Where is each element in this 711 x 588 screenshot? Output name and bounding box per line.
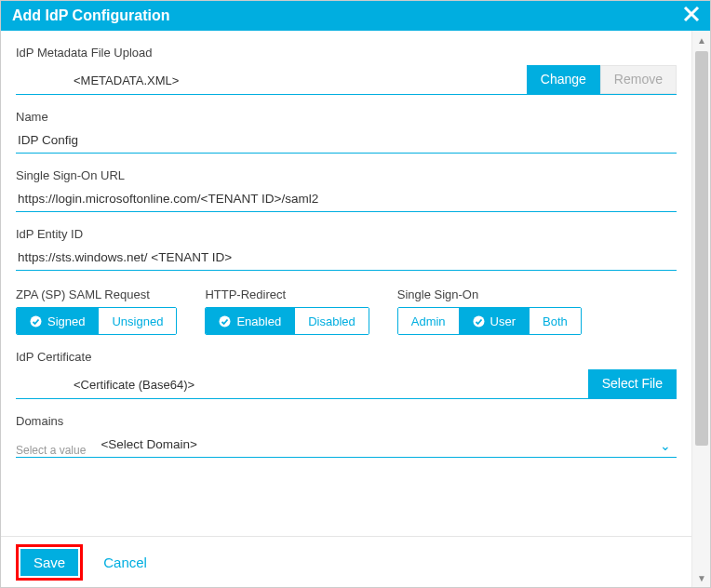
metadata-label: IdP Metadata File Upload: [16, 46, 677, 60]
http-enabled-label: Enabled: [236, 314, 281, 328]
ssourl-prefix: https://login.microsoftonline.com/: [18, 192, 201, 206]
entity-prefix: https://sts.windows.net/: [18, 250, 151, 264]
saml-segmented: Signed Unsigned: [16, 307, 177, 335]
check-icon: [219, 315, 231, 327]
ssourl-suffix: /saml2: [281, 192, 318, 206]
entity-tenant: <TENANT ID>: [151, 250, 232, 264]
ssourl-input[interactable]: https://login.microsoftonline.com/<TENAN…: [16, 188, 677, 212]
saml-signed-label: Signed: [47, 314, 85, 328]
scroll-down-icon[interactable]: ▼: [692, 568, 711, 587]
chevron-down-icon: ⌄: [654, 438, 677, 457]
domains-placeholder: Select a value: [16, 444, 86, 457]
domains-select[interactable]: Select a value <Select Domain> ⌄: [16, 434, 677, 458]
toggle-row: ZPA (SP) SAML Request Signed Unsigned HT…: [16, 287, 677, 335]
domains-value: <Select Domain>: [99, 434, 654, 457]
dialog-titlebar: Add IdP Configuration: [1, 1, 710, 31]
remove-button: Remove: [600, 65, 677, 94]
http-disabled-option[interactable]: Disabled: [295, 308, 369, 334]
scrollbar[interactable]: ▲ ▼: [691, 31, 710, 587]
dialog-footer: Save Cancel: [1, 536, 691, 587]
saml-unsigned-option[interactable]: Unsigned: [99, 308, 176, 334]
dialog-title: Add IdP Configuration: [12, 7, 169, 24]
cancel-button[interactable]: Cancel: [103, 555, 147, 570]
sso-segmented: Admin User Both: [397, 307, 582, 335]
ssourl-label: Single Sign-On URL: [16, 168, 677, 182]
http-segmented: Enabled Disabled: [205, 307, 369, 335]
saml-signed-option[interactable]: Signed: [17, 308, 99, 334]
cert-value[interactable]: <Certificate (Base64)>: [72, 372, 588, 398]
metadata-value[interactable]: <METADATA.XML>: [72, 68, 527, 94]
name-input[interactable]: IDP Config: [16, 129, 677, 154]
name-label: Name: [16, 110, 677, 124]
svg-point-2: [31, 315, 42, 327]
saml-label: ZPA (SP) SAML Request: [16, 287, 177, 301]
check-icon: [473, 315, 485, 327]
save-highlight: Save: [16, 544, 83, 581]
close-icon[interactable]: [682, 5, 701, 27]
http-label: HTTP-Redirect: [205, 287, 369, 301]
sso-label: Single Sign-On: [397, 287, 582, 301]
change-button[interactable]: Change: [527, 65, 600, 94]
dialog: Add IdP Configuration IdP Metadata File …: [0, 0, 711, 588]
cert-row: <Certificate (Base64)> Select File: [16, 369, 677, 399]
sso-user-option[interactable]: User: [460, 308, 530, 334]
check-icon: [30, 315, 42, 327]
select-file-button[interactable]: Select File: [588, 369, 677, 398]
svg-point-4: [473, 315, 484, 327]
svg-point-3: [220, 315, 231, 327]
ssourl-tenant: <TENANT ID>: [201, 192, 282, 206]
scroll-up-icon[interactable]: ▲: [692, 31, 711, 49]
sso-admin-option[interactable]: Admin: [398, 308, 460, 334]
save-button[interactable]: Save: [20, 549, 78, 576]
http-toggle-group: HTTP-Redirect Enabled Disabled: [205, 287, 369, 335]
dialog-body: IdP Metadata File Upload <METADATA.XML> …: [1, 31, 691, 536]
entity-label: IdP Entity ID: [16, 227, 677, 241]
domains-label: Domains: [16, 414, 677, 428]
scroll-thumb[interactable]: [695, 51, 708, 446]
saml-toggle-group: ZPA (SP) SAML Request Signed Unsigned: [16, 287, 177, 335]
sso-user-label: User: [490, 314, 516, 328]
sso-both-option[interactable]: Both: [530, 308, 581, 334]
cert-label: IdP Certificate: [16, 350, 677, 364]
sso-toggle-group: Single Sign-On Admin User Both: [397, 287, 582, 335]
entity-input[interactable]: https://sts.windows.net/ <TENANT ID>: [16, 247, 677, 271]
http-enabled-option[interactable]: Enabled: [206, 308, 295, 334]
metadata-row: <METADATA.XML> Change Remove: [16, 65, 677, 95]
